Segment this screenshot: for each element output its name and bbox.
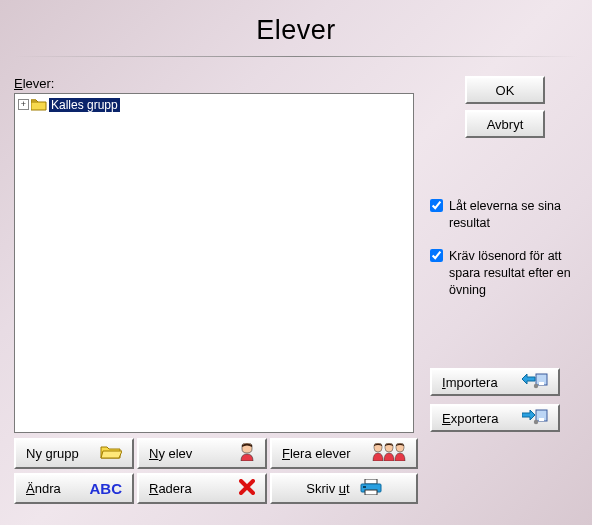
check-label: Kräv lösenord för att spara resultat eft… — [449, 248, 580, 299]
folder-open-icon — [100, 444, 122, 463]
svg-point-5 — [534, 420, 538, 424]
svg-rect-1 — [539, 382, 544, 385]
export-button[interactable]: Exportera — [430, 404, 560, 432]
tree-item-label: Kalles grupp — [49, 98, 120, 112]
x-icon — [239, 479, 255, 498]
svg-point-2 — [534, 384, 538, 388]
check-see-results[interactable]: Låt eleverna se sina resultat — [430, 198, 580, 232]
abc-icon: ABC — [90, 480, 123, 497]
checkbox-see-results[interactable] — [430, 199, 443, 212]
import-icon — [522, 373, 548, 392]
people-icon — [372, 443, 406, 464]
delete-button[interactable]: Radera — [137, 473, 267, 504]
svg-rect-9 — [363, 486, 366, 488]
students-tree[interactable]: + Kalles grupp — [14, 93, 414, 433]
check-require-password[interactable]: Kräv lösenord för att spara resultat eft… — [430, 248, 580, 299]
print-button[interactable]: Skriv ut — [270, 473, 418, 504]
list-label: Elever: — [14, 76, 414, 91]
new-group-button[interactable]: Ny grupp — [14, 438, 134, 469]
folder-icon — [31, 98, 47, 111]
import-button[interactable]: Importera — [430, 368, 560, 396]
divider — [14, 56, 578, 57]
tree-item[interactable]: + Kalles grupp — [17, 96, 411, 113]
check-label: Låt eleverna se sina resultat — [449, 198, 580, 232]
bottom-toolbar: Ny grupp Ny elev Flera elever — [14, 438, 418, 504]
edit-button[interactable]: Ändra ABC — [14, 473, 134, 504]
main-panel: Elever: + Kalles grupp — [14, 76, 414, 433]
cancel-button[interactable]: Avbryt — [465, 110, 545, 138]
new-student-button[interactable]: Ny elev — [137, 438, 267, 469]
svg-rect-6 — [365, 479, 377, 484]
page-title: Elever — [0, 0, 592, 56]
person-icon — [239, 443, 255, 464]
svg-rect-4 — [539, 418, 544, 421]
ok-button[interactable]: OK — [465, 76, 545, 104]
export-icon — [522, 409, 548, 428]
right-panel: OK Avbryt Låt eleverna se sina resultat … — [430, 76, 580, 440]
multiple-students-button[interactable]: Flera elever — [270, 438, 418, 469]
expand-icon[interactable]: + — [18, 99, 29, 110]
svg-rect-8 — [365, 490, 377, 495]
checkbox-require-password[interactable] — [430, 249, 443, 262]
printer-icon — [360, 479, 382, 498]
